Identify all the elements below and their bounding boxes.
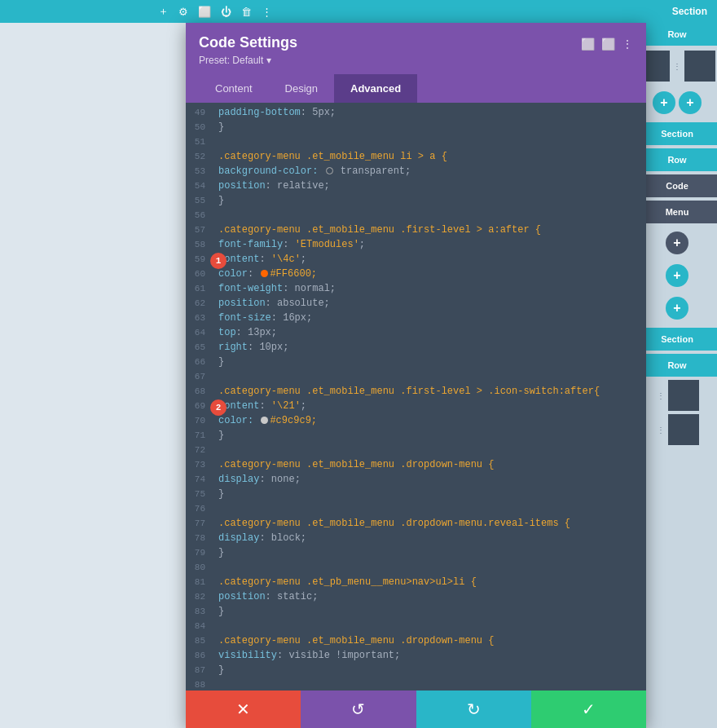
expand-icon[interactable]: ⬜ (198, 6, 211, 18)
row-button-2[interactable]: Row (637, 148, 717, 171)
code-line[interactable]: 88 (186, 678, 646, 690)
code-line[interactable]: 53background-color: transparent; (186, 165, 646, 179)
line-content: } (215, 547, 646, 558)
code-line[interactable]: 54position: relative; (186, 179, 646, 194)
code-line[interactable]: 87} (186, 664, 646, 678)
code-line[interactable]: 49padding-bottom: 5px; (186, 106, 646, 121)
code-line[interactable]: 86visibility: visible !important; (186, 649, 646, 664)
add-circle-3[interactable]: + (666, 232, 688, 254)
line-number: 57 (186, 224, 215, 235)
code-line[interactable]: 65right: 10px; (186, 341, 646, 355)
code-button[interactable]: Code (637, 174, 717, 197)
modal-preset[interactable]: Preset: Default ▾ (199, 55, 297, 66)
line-content: .category-menu .et_mobile_menu .first-le… (215, 224, 646, 236)
code-line[interactable]: 56 (186, 209, 646, 223)
line-content: } (215, 356, 646, 368)
code-line[interactable]: 77.category-menu .et_mobile_menu .dropdo… (186, 517, 646, 532)
add-circle-4[interactable]: + (666, 264, 688, 287)
line-content: .category-menu .et_mobile_menu li > a { (215, 151, 646, 162)
code-line[interactable]: 52.category-menu .et_mobile_menu li > a … (186, 150, 646, 165)
code-line[interactable]: 82position: static; (186, 590, 646, 605)
save-button[interactable]: ✓ (531, 690, 646, 728)
section-button-1[interactable]: Section (637, 122, 717, 145)
more-modal-icon[interactable]: ⋮ (622, 38, 633, 51)
right-sidebar: Row ⋮ + + Section Row Code Menu + + + Se… (637, 23, 717, 728)
add-circle-5[interactable]: + (666, 297, 688, 320)
code-line[interactable]: 66} (186, 355, 646, 370)
code-line[interactable]: 73.category-menu .et_mobile_menu .dropdo… (186, 458, 646, 473)
plus-icon[interactable]: ＋ (158, 4, 169, 19)
line-number: 63 (186, 312, 215, 323)
code-line[interactable]: 67 (186, 370, 646, 385)
line-number: 71 (186, 430, 215, 440)
code-line[interactable]: 51 (186, 135, 646, 150)
code-line[interactable]: 63font-size: 16px; (186, 311, 646, 326)
tab-design[interactable]: Design (269, 74, 334, 103)
line-number: 80 (186, 562, 215, 572)
line-content: color: #c9c9c9; (215, 415, 646, 426)
section-button-2[interactable]: Section (637, 328, 717, 351)
code-line[interactable]: 80 (186, 561, 646, 576)
code-line[interactable]: 74display: none; (186, 473, 646, 488)
line-number: 62 (186, 298, 215, 308)
line-number: 66 (186, 356, 215, 367)
settings-icon[interactable]: ⚙ (178, 6, 188, 18)
code-line[interactable]: 76 (186, 502, 646, 517)
split-icon[interactable]: ⬜ (601, 38, 615, 51)
module-box-4 (668, 414, 699, 445)
power-icon[interactable]: ⏻ (221, 6, 231, 18)
code-line[interactable]: 62position: absolute; (186, 297, 646, 311)
code-line[interactable]: 69content: '\21';2 (186, 399, 646, 414)
trash-icon[interactable]: 🗑 (241, 6, 252, 18)
code-line[interactable]: 78display: block; (186, 532, 646, 546)
line-content: .category-menu .et_mobile_menu .dropdown… (215, 635, 646, 646)
code-line[interactable]: 71} (186, 429, 646, 443)
line-content: right: 10px; (215, 342, 646, 353)
line-number: 81 (186, 576, 215, 587)
code-lines[interactable]: 49padding-bottom: 5px;50}5152.category-m… (186, 103, 646, 690)
code-line[interactable]: 81.category-menu .et_pb_menu__menu>nav>u… (186, 576, 646, 590)
line-content: .category-menu .et_mobile_menu .dropdown… (215, 459, 646, 470)
row-button-3[interactable]: Row (637, 354, 717, 377)
left-background (0, 23, 186, 728)
add-circle-1[interactable]: + (653, 91, 675, 114)
code-line[interactable]: 55} (186, 194, 646, 209)
row-button-1[interactable]: Row (637, 23, 717, 46)
menu-button[interactable]: Menu (637, 201, 717, 223)
add-circle-2[interactable]: + (679, 91, 702, 114)
code-line[interactable]: 84 (186, 620, 646, 634)
tab-advanced[interactable]: Advanced (334, 74, 417, 103)
code-line[interactable]: 72 (186, 443, 646, 458)
module-box-2 (684, 51, 715, 82)
tab-content[interactable]: Content (199, 74, 269, 103)
code-line[interactable]: 61font-weight: normal; (186, 282, 646, 297)
line-number: 61 (186, 283, 215, 293)
undo-button[interactable]: ↺ (301, 690, 416, 728)
code-line[interactable]: 85.category-menu .et_mobile_menu .dropdo… (186, 634, 646, 649)
line-content: display: block; (215, 532, 646, 544)
code-line[interactable]: 58font-family: 'ETmodules'; (186, 238, 646, 253)
redo-button[interactable]: ↻ (416, 690, 531, 728)
code-line[interactable]: 68.category-menu .et_mobile_menu .first-… (186, 385, 646, 399)
code-line[interactable]: 70color: #c9c9c9; (186, 414, 646, 429)
code-line[interactable]: 64top: 13px; (186, 326, 646, 341)
line-number: 67 (186, 371, 215, 382)
line-number: 82 (186, 591, 215, 602)
code-line[interactable]: 79} (186, 546, 646, 561)
top-bar-icons: ＋ ⚙ ⬜ ⏻ 🗑 ⋮ (0, 0, 430, 23)
code-line[interactable]: 60color: #FF6600; (186, 267, 646, 282)
code-line[interactable]: 50} (186, 121, 646, 135)
line-content: } (215, 430, 646, 441)
code-line[interactable]: 83} (186, 605, 646, 620)
code-line[interactable]: 75} (186, 488, 646, 502)
more-icon[interactable]: ⋮ (262, 6, 272, 18)
save-icon: ✓ (582, 699, 596, 719)
code-line[interactable]: 59content: '\4c';1 (186, 253, 646, 267)
code-editor[interactable]: 49padding-bottom: 5px;50}5152.category-m… (186, 103, 646, 690)
line-content: } (215, 488, 646, 500)
tabs: Content Design Advanced (199, 74, 633, 103)
row-controls-1: ⋮ + + (637, 47, 717, 121)
cancel-button[interactable]: ✕ (186, 690, 301, 728)
expand-modal-icon[interactable]: ⬜ (581, 38, 595, 51)
code-line[interactable]: 57.category-menu .et_mobile_menu .first-… (186, 223, 646, 238)
